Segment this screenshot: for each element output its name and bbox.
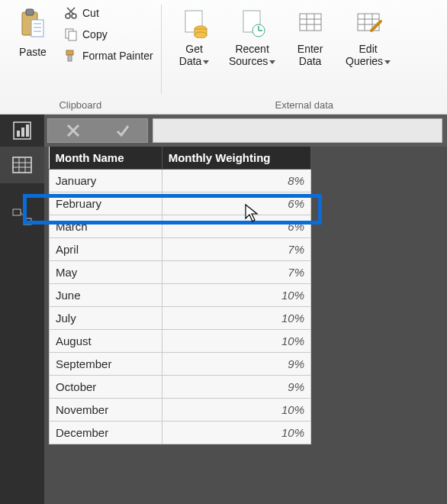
- model-view-button[interactable]: [0, 199, 44, 235]
- main-area: Month Name Monthly Weighting January8%Fe…: [0, 147, 447, 504]
- cut-button[interactable]: Cut: [61, 5, 156, 21]
- fx-cancel-confirm: [47, 118, 148, 143]
- svg-rect-12: [66, 50, 73, 55]
- enter-data-button[interactable]: Enter Data: [282, 3, 339, 70]
- cell-weight[interactable]: 9%: [162, 376, 310, 399]
- table-area: Month Name Monthly Weighting January8%Fe…: [44, 147, 447, 504]
- table-row[interactable]: August10%: [50, 330, 311, 353]
- table-row[interactable]: July10%: [50, 307, 311, 330]
- enter-data-label: Enter Data: [297, 43, 323, 67]
- table-row[interactable]: November10%: [50, 399, 311, 422]
- table-row[interactable]: February6%: [50, 192, 311, 215]
- group-label-external: External data: [166, 96, 442, 112]
- edit-queries-label: Edit Queries: [346, 43, 383, 67]
- cell-month[interactable]: August: [50, 330, 162, 353]
- view-sidebar: [0, 147, 44, 504]
- svg-rect-45: [24, 218, 31, 225]
- svg-rect-35: [21, 128, 24, 137]
- svg-rect-1: [26, 9, 34, 15]
- table-row[interactable]: December10%: [50, 422, 311, 444]
- cell-weight[interactable]: 8%: [162, 170, 310, 192]
- formula-strip: [0, 115, 447, 147]
- ribbon-group-external-data: Get Data Recent Sources: [162, 0, 447, 114]
- get-data-button[interactable]: Get Data: [166, 3, 223, 70]
- edit-queries-icon: [353, 8, 384, 38]
- cell-weight[interactable]: 7%: [162, 238, 310, 261]
- cell-weight[interactable]: 10%: [162, 399, 310, 422]
- recent-sources-icon: [237, 8, 268, 38]
- cell-month[interactable]: September: [50, 353, 162, 376]
- chevron-down-icon: [384, 60, 391, 64]
- svg-rect-22: [300, 14, 321, 31]
- table-row[interactable]: May7%: [50, 261, 311, 284]
- format-painter-icon: [64, 49, 78, 63]
- svg-rect-34: [17, 131, 20, 137]
- ribbon: Paste Cut: [0, 0, 447, 115]
- cut-label: Cut: [82, 7, 99, 19]
- cell-month[interactable]: February: [50, 192, 162, 215]
- cell-weight[interactable]: 6%: [162, 215, 310, 238]
- recent-sources-button[interactable]: Recent Sources: [224, 3, 281, 70]
- recent-sources-label: Recent Sources: [229, 43, 269, 67]
- cell-month[interactable]: May: [50, 261, 162, 284]
- cell-month[interactable]: July: [50, 307, 162, 330]
- cell-month[interactable]: December: [50, 422, 162, 444]
- edit-queries-button[interactable]: Edit Queries: [340, 3, 397, 70]
- chevron-down-icon: [269, 60, 275, 64]
- formula-bar[interactable]: [153, 118, 442, 143]
- table-row[interactable]: September9%: [50, 353, 311, 376]
- table-row[interactable]: October9%: [50, 376, 311, 399]
- table-row[interactable]: June10%: [50, 284, 311, 307]
- fx-cancel-button[interactable]: [65, 122, 82, 139]
- cell-month[interactable]: March: [50, 215, 162, 238]
- copy-button[interactable]: Copy: [61, 26, 156, 43]
- cell-weight[interactable]: 10%: [162, 330, 310, 353]
- svg-rect-2: [31, 20, 43, 37]
- table-header-row: Month Name Monthly Weighting: [50, 147, 311, 170]
- svg-rect-13: [68, 55, 72, 61]
- get-data-label: Get Data: [179, 43, 203, 67]
- col-header-weight[interactable]: Monthly Weighting: [162, 147, 310, 170]
- svg-rect-44: [13, 209, 21, 215]
- paste-label: Paste: [19, 46, 47, 58]
- svg-rect-36: [26, 124, 29, 137]
- cut-icon: [64, 6, 78, 20]
- cell-weight[interactable]: 10%: [162, 422, 310, 444]
- copy-label: Copy: [82, 28, 108, 40]
- data-table: Month Name Monthly Weighting January8%Fe…: [49, 147, 311, 444]
- ribbon-group-clipboard: Paste Cut: [0, 0, 161, 114]
- chevron-down-icon: [203, 60, 209, 64]
- fx-confirm-button[interactable]: [114, 122, 131, 139]
- cell-month[interactable]: January: [50, 170, 162, 192]
- svg-point-17: [195, 32, 207, 38]
- format-painter-button[interactable]: Format Painter: [61, 47, 156, 64]
- svg-rect-39: [13, 157, 31, 173]
- table-row[interactable]: March6%: [50, 215, 311, 238]
- get-data-icon: [179, 8, 210, 38]
- table-row[interactable]: April7%: [50, 238, 311, 261]
- group-label-clipboard: Clipboard: [5, 96, 156, 112]
- enter-data-icon: [295, 8, 326, 38]
- report-view-icon[interactable]: [11, 120, 33, 141]
- paste-button[interactable]: Paste: [5, 3, 61, 61]
- cell-weight[interactable]: 7%: [162, 261, 310, 284]
- paste-icon: [19, 8, 47, 41]
- nav-header-cell: [0, 115, 44, 147]
- format-painter-label: Format Painter: [82, 50, 153, 62]
- cell-month[interactable]: June: [50, 284, 162, 307]
- table-row[interactable]: January8%: [50, 170, 311, 192]
- cell-weight[interactable]: 6%: [162, 192, 310, 215]
- cell-weight[interactable]: 10%: [162, 307, 310, 330]
- data-view-button[interactable]: [0, 147, 44, 183]
- cell-weight[interactable]: 9%: [162, 353, 310, 376]
- svg-rect-11: [69, 31, 76, 40]
- cell-month[interactable]: April: [50, 238, 162, 261]
- cell-month[interactable]: November: [50, 399, 162, 422]
- col-header-month[interactable]: Month Name: [50, 147, 162, 170]
- copy-icon: [64, 27, 78, 41]
- cell-month[interactable]: October: [50, 376, 162, 399]
- cell-weight[interactable]: 10%: [162, 284, 310, 307]
